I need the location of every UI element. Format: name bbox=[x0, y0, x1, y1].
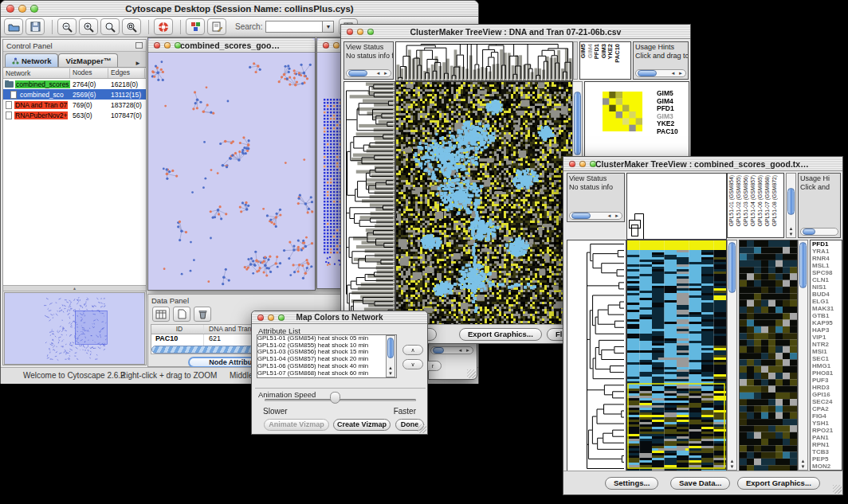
gene-label[interactable]: PFD1 bbox=[811, 240, 842, 248]
annotation-icon[interactable] bbox=[207, 18, 226, 35]
minimize-button[interactable] bbox=[357, 29, 363, 35]
export-graphics-button[interactable]: Export Graphics... bbox=[737, 477, 820, 490]
close-button[interactable] bbox=[323, 42, 329, 49]
minimize-button[interactable] bbox=[579, 161, 586, 167]
gene-label[interactable]: MON2 bbox=[811, 463, 842, 470]
settings-button[interactable]: Settings... bbox=[605, 477, 658, 490]
network-canvas[interactable] bbox=[148, 53, 315, 290]
resize-grip[interactable] bbox=[833, 485, 842, 494]
resize-grip[interactable] bbox=[418, 424, 426, 433]
gene-label[interactable]: TCB3 bbox=[811, 448, 842, 455]
new-attribute-icon[interactable] bbox=[173, 307, 190, 322]
network-overview[interactable] bbox=[4, 292, 145, 365]
close-button[interactable] bbox=[154, 42, 160, 49]
gene-label[interactable]: MSL1 bbox=[811, 262, 842, 269]
speed-slider-thumb[interactable] bbox=[330, 392, 340, 404]
fragment-scrollbar[interactable]: ◄ ► bbox=[430, 346, 473, 354]
float-panel-icon[interactable] bbox=[135, 42, 143, 49]
gene-label[interactable]: SEC1 bbox=[811, 355, 842, 362]
column-dendrogram[interactable] bbox=[395, 41, 573, 81]
gene-label[interactable]: PEP5 bbox=[811, 455, 842, 463]
network-table-row[interactable]: DNA and Tran 07769(0)183728(0) bbox=[3, 100, 146, 110]
gene-label[interactable]: CPA2 bbox=[811, 405, 842, 412]
zoom-heatmap-canvas[interactable] bbox=[739, 240, 798, 472]
search-dropdown[interactable]: ▼ bbox=[323, 21, 334, 33]
zoom-button[interactable] bbox=[367, 29, 374, 35]
zoom-button[interactable] bbox=[590, 161, 596, 167]
gene-label[interactable]: YRA1 bbox=[811, 248, 842, 255]
tab-vizmapper[interactable]: VizMapper™ bbox=[58, 53, 118, 67]
gene-label[interactable]: PAN1 bbox=[811, 434, 842, 441]
network-table-row[interactable]: combined_scores2764(0)16218(0) bbox=[3, 79, 146, 89]
view-status-scrollbar[interactable]: ◄ ► bbox=[346, 69, 391, 77]
dialog-titlebar[interactable]: Map Colors to Network bbox=[252, 311, 427, 324]
usage-hints-scrollbar[interactable]: ◄ ► bbox=[635, 69, 686, 77]
labels-vscrollbar[interactable]: ▲▼ bbox=[786, 173, 796, 238]
heatmap-canvas[interactable] bbox=[395, 81, 573, 325]
save-icon[interactable] bbox=[26, 18, 45, 35]
zoom-selected-icon[interactable] bbox=[100, 18, 120, 35]
move-up-button[interactable]: ∧ bbox=[402, 345, 423, 355]
animate-vizmap-button[interactable]: Animate Vizmap bbox=[264, 419, 329, 431]
close-button[interactable] bbox=[347, 29, 353, 35]
save-data-button[interactable]: Save Data... bbox=[670, 477, 730, 490]
gene-label[interactable]: PAC10 bbox=[655, 128, 678, 136]
treeview1-titlebar[interactable]: ClusterMaker TreeView : DNA and Tran 07-… bbox=[341, 25, 690, 39]
gene-label[interactable]: SEC24 bbox=[811, 398, 842, 405]
minimize-button[interactable] bbox=[268, 315, 274, 321]
heatmap-vscrollbar[interactable]: ▲▼ bbox=[727, 240, 737, 471]
close-button[interactable] bbox=[257, 315, 264, 321]
zoom-vscrollbar[interactable]: ▲▼ bbox=[798, 240, 808, 471]
gene-label[interactable]: ELG1 bbox=[811, 298, 842, 305]
panel-splitter[interactable]: ▴ bbox=[3, 285, 146, 291]
gene-label[interactable]: KAP95 bbox=[811, 319, 842, 326]
correlation-matrix[interactable] bbox=[603, 92, 642, 131]
usage-hints-scrollbar[interactable] bbox=[800, 228, 838, 236]
gene-label[interactable]: RPO21 bbox=[811, 427, 842, 434]
column-dendrogram[interactable] bbox=[626, 173, 727, 240]
zoom-out-icon[interactable] bbox=[57, 18, 77, 35]
gene-label[interactable]: CLN1 bbox=[811, 276, 842, 283]
export-graphics-button[interactable]: Export Graphics... bbox=[459, 328, 542, 341]
main-titlebar[interactable]: Cytoscape Desktop (Session Name: collins… bbox=[1, 1, 478, 17]
gene-label[interactable]: HRD3 bbox=[811, 384, 842, 391]
gene-label[interactable]: VIP1 bbox=[811, 334, 842, 341]
search-input[interactable] bbox=[265, 21, 323, 33]
minimize-button[interactable] bbox=[164, 42, 171, 49]
heatmap-canvas[interactable] bbox=[626, 240, 727, 472]
zoom-button[interactable] bbox=[278, 315, 285, 321]
gene-label[interactable]: NTR2 bbox=[811, 341, 842, 348]
resize-grip[interactable] bbox=[467, 369, 476, 378]
row-dendrogram[interactable] bbox=[567, 240, 626, 472]
tab-overflow-arrow[interactable]: ► bbox=[132, 60, 144, 67]
speed-slider-track[interactable] bbox=[265, 399, 416, 401]
gene-label[interactable]: RNR4 bbox=[811, 255, 842, 262]
create-vizmap-button[interactable]: Create Vizmap bbox=[333, 419, 391, 431]
network-table-row[interactable]: combined_sco2569(6)13112(15) bbox=[3, 89, 146, 100]
network-view-titlebar[interactable]: combined_scores_good.txt--cluste... bbox=[148, 38, 315, 53]
treeview2-titlebar[interactable]: ClusterMaker TreeView : combined_scores_… bbox=[563, 157, 842, 171]
attribute-list[interactable]: GPL51-01 (GSM854) heat shock 05 minGPL51… bbox=[257, 334, 397, 378]
gene-label[interactable]: BUD4 bbox=[811, 291, 842, 298]
row-dendrogram[interactable] bbox=[344, 81, 395, 325]
network-table-row[interactable]: RNAPuberNov2+563(0)107847(0) bbox=[3, 110, 146, 120]
minimize-button[interactable] bbox=[18, 5, 26, 13]
move-down-button[interactable]: ∨ bbox=[402, 359, 423, 369]
zoom-in-icon[interactable] bbox=[79, 18, 98, 35]
zoom-button[interactable] bbox=[175, 42, 181, 49]
gene-label[interactable]: RPN1 bbox=[811, 441, 842, 448]
close-button[interactable] bbox=[6, 5, 14, 13]
view-status-scrollbar[interactable]: ◄ ► bbox=[569, 212, 622, 220]
gene-label[interactable]: PHO81 bbox=[811, 369, 842, 377]
tab-network[interactable]: Network bbox=[5, 53, 58, 67]
gene-label[interactable]: GPI16 bbox=[811, 391, 842, 398]
gene-label[interactable]: NIS1 bbox=[811, 283, 842, 291]
close-button[interactable] bbox=[569, 161, 575, 167]
gene-label[interactable]: MAK31 bbox=[811, 305, 842, 312]
pane-divider[interactable] bbox=[573, 41, 578, 80]
gene-label[interactable]: PUF3 bbox=[811, 377, 842, 384]
gene-label[interactable]: HMG1 bbox=[811, 362, 842, 369]
gene-label[interactable]: MSI1 bbox=[811, 348, 842, 355]
gene-label[interactable]: HAP3 bbox=[811, 326, 842, 334]
open-folder-icon[interactable] bbox=[4, 18, 23, 35]
